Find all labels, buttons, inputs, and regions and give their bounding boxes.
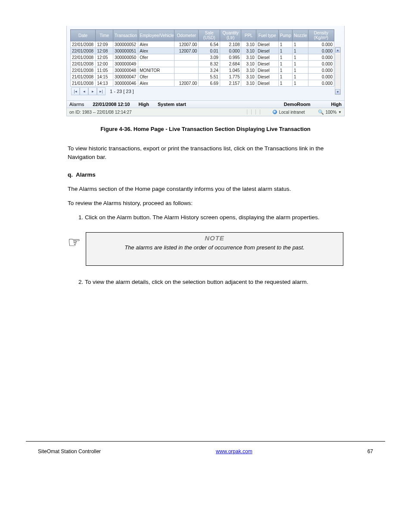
cell: 3.10 bbox=[241, 48, 256, 54]
cell bbox=[174, 61, 199, 67]
alarms-heading: q. Alarms bbox=[68, 171, 343, 179]
pager-first-button[interactable]: |◂ bbox=[71, 87, 80, 95]
scroll-up-icon[interactable]: ▲ bbox=[335, 47, 340, 53]
security-zone: Local intranet bbox=[273, 110, 305, 115]
chevron-down-icon[interactable]: ▼ bbox=[338, 110, 342, 114]
scroll-down-icon[interactable]: ▼ bbox=[335, 89, 340, 94]
alarm-event: System start bbox=[158, 102, 186, 107]
cell bbox=[138, 61, 174, 67]
cell: Diesel bbox=[256, 54, 278, 61]
cell: 12:00 bbox=[96, 61, 113, 67]
note-message: The alarms are listed in the order of oc… bbox=[89, 244, 340, 251]
pager-last-button[interactable]: ▸| bbox=[97, 87, 106, 95]
cell: 300000051 bbox=[113, 48, 138, 54]
cell: Ofer bbox=[138, 54, 174, 61]
cell: Alex bbox=[138, 41, 174, 48]
cell: Diesel bbox=[256, 41, 278, 48]
status-cells bbox=[247, 109, 264, 115]
col-density[interactable]: Density(Kg/m³) bbox=[308, 30, 334, 41]
cell: Diesel bbox=[256, 61, 278, 67]
zoom-control[interactable]: 🔍 100% ▼ bbox=[318, 109, 342, 115]
figure-caption: Figure 4-36. Home Page - Live Transactio… bbox=[0, 126, 411, 132]
cell: 300000047 bbox=[113, 74, 138, 80]
session-text: on ID: 1983 -- 22/01/08 12:14:27 bbox=[69, 110, 132, 115]
table-row[interactable]: 22/01/200812:05300000050Ofer3.090.9953.1… bbox=[71, 54, 334, 61]
cell: 1 bbox=[292, 80, 308, 87]
cell: 2.108 bbox=[220, 41, 241, 48]
cell: 1 bbox=[292, 74, 308, 80]
cell: 1 bbox=[278, 48, 292, 54]
cell: 8.32 bbox=[199, 61, 220, 67]
cell: 2.157 bbox=[220, 80, 241, 87]
alarm-room: DemoRoom bbox=[284, 102, 311, 107]
footer-link[interactable]: www.orpak.com bbox=[216, 448, 252, 454]
table-row[interactable]: 21/01/200814:15300000047Ofer5.511.7753.1… bbox=[71, 74, 334, 80]
cell: Alex bbox=[138, 80, 174, 87]
paragraph: The Alarms section of the Home page cons… bbox=[68, 185, 343, 193]
cell: Ofer bbox=[138, 74, 174, 80]
screenshot-panel: Date Time Transaction Employee/Vehicle O… bbox=[66, 26, 345, 116]
pager-next-button[interactable]: ▸ bbox=[88, 87, 97, 95]
table-row[interactable]: 22/01/200811:05300000048MONITOR3.241.045… bbox=[71, 67, 334, 74]
cell: 1 bbox=[292, 61, 308, 67]
col-quantity[interactable]: Quantity(Ltr) bbox=[220, 30, 241, 41]
col-sale[interactable]: Sale(USD) bbox=[199, 30, 220, 41]
col-odometer[interactable]: Odometer bbox=[174, 30, 199, 41]
col-time[interactable]: Time bbox=[96, 30, 113, 41]
cell: 0.000 bbox=[308, 74, 334, 80]
cell: 21/01/2008 bbox=[71, 80, 96, 87]
cell: 1 bbox=[292, 67, 308, 74]
table-row[interactable]: 22/01/200812:003000000498.322.6843.10Die… bbox=[71, 61, 334, 67]
table-header-row: Date Time Transaction Employee/Vehicle O… bbox=[71, 30, 334, 41]
magnifier-icon: 🔍 bbox=[318, 109, 324, 115]
cell: 300000048 bbox=[113, 67, 138, 74]
cell: 3.24 bbox=[199, 67, 220, 74]
pager: |◂ ◂ ▸ ▸| 1 - 23 [ 23 ] bbox=[71, 87, 344, 95]
cell: 22/01/2008 bbox=[71, 48, 96, 54]
cell: 1.775 bbox=[220, 74, 241, 80]
browser-statusbar: on ID: 1983 -- 22/01/08 12:14:27 Local i… bbox=[67, 108, 344, 116]
cell: 0.000 bbox=[308, 48, 334, 54]
vertical-scrollbar[interactable]: ▲ ▼ bbox=[335, 47, 341, 95]
cell: 3.10 bbox=[241, 61, 256, 67]
table-row[interactable]: 22/01/200812:08300000051Alex12007.000.01… bbox=[71, 48, 334, 54]
cell: 3.10 bbox=[241, 80, 256, 87]
cell: Diesel bbox=[256, 74, 278, 80]
footer-page: 67 bbox=[367, 448, 373, 454]
cell: Diesel bbox=[256, 48, 278, 54]
cell bbox=[174, 54, 199, 61]
col-transaction[interactable]: Transaction bbox=[113, 30, 138, 41]
cell: 6.69 bbox=[199, 80, 220, 87]
col-fueltype[interactable]: Fuel type bbox=[256, 30, 278, 41]
col-date[interactable]: Date bbox=[71, 30, 96, 41]
col-employee[interactable]: Employee/Vehicle bbox=[138, 30, 174, 41]
cell: 1 bbox=[292, 48, 308, 54]
cell: 6.54 bbox=[199, 41, 220, 48]
cell: 3.10 bbox=[241, 67, 256, 74]
scroll-track[interactable] bbox=[335, 53, 340, 89]
cell: 12:05 bbox=[96, 54, 113, 61]
note-block: ☞ NOTE The alarms are listed in the orde… bbox=[68, 232, 343, 266]
cell: 12:09 bbox=[96, 41, 113, 48]
steps-list-cont: To view the alarm details, click on the … bbox=[68, 278, 343, 286]
cell: 0.01 bbox=[199, 48, 220, 54]
table-row[interactable]: 21/01/200814:13300000046Alex12007.006.69… bbox=[71, 80, 334, 87]
cell: 0.000 bbox=[308, 41, 334, 48]
cell: 22/01/2008 bbox=[71, 41, 96, 48]
paragraph: To review the Alarms history, proceed as… bbox=[68, 199, 343, 208]
cell: 12007.00 bbox=[174, 80, 199, 87]
pager-prev-button[interactable]: ◂ bbox=[80, 87, 88, 95]
alarms-label[interactable]: Alarms bbox=[69, 102, 84, 107]
cell: 1 bbox=[292, 41, 308, 48]
cell: 1 bbox=[278, 54, 292, 61]
cell: 1.045 bbox=[220, 67, 241, 74]
table-row[interactable]: 22/01/200812:09300000052Alex12007.006.54… bbox=[71, 41, 334, 48]
alarms-bar: Alarms 22/01/2008 12:10 High System star… bbox=[67, 100, 344, 108]
cell: 0.000 bbox=[308, 67, 334, 74]
col-ppl[interactable]: PPL bbox=[241, 30, 256, 41]
cell: MONITOR bbox=[138, 67, 174, 74]
col-pump[interactable]: Pump bbox=[278, 30, 292, 41]
cell: 12007.00 bbox=[174, 41, 199, 48]
col-nozzle[interactable]: Nozzle bbox=[292, 30, 308, 41]
step-item: Click on the Alarm button. The Alarm His… bbox=[85, 213, 343, 222]
